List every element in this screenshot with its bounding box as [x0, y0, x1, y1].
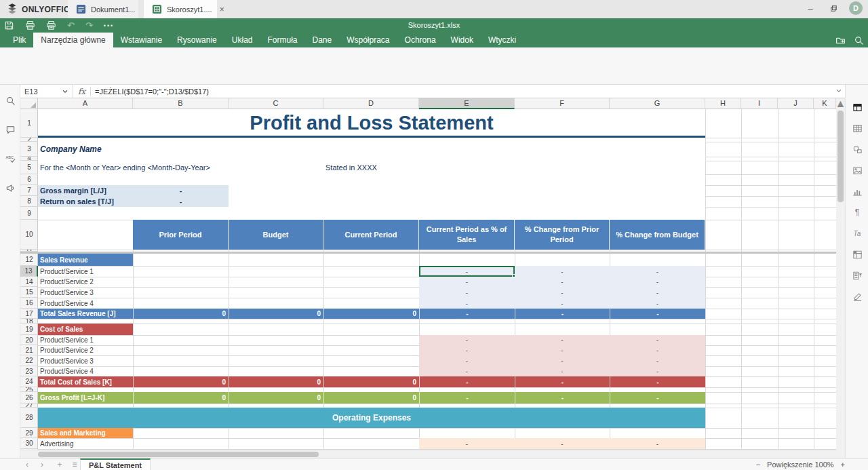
cell-G20[interactable]: - [610, 335, 705, 345]
row-header-21[interactable]: 21 [20, 345, 38, 355]
cell-A26[interactable]: Gross Profit [L=J-K] [38, 392, 133, 404]
signature-settings-icon[interactable] [851, 290, 863, 302]
cell-C24[interactable]: 0 [229, 376, 323, 387]
cell-A15[interactable]: Product/Service 3 [38, 287, 133, 298]
select-all-corner[interactable] [20, 98, 38, 109]
row-header-15[interactable]: 15 [20, 287, 38, 298]
cell-A19[interactable]: Cost of Sales [38, 324, 133, 335]
row-header-23[interactable]: 23 [20, 366, 38, 376]
column-header-K[interactable]: K [814, 98, 836, 109]
row-header-20[interactable]: 20 [20, 335, 38, 345]
cell-B7[interactable]: - [133, 185, 229, 196]
column-header-F[interactable]: F [515, 98, 610, 109]
row-header-9[interactable]: 9 [20, 207, 38, 220]
sheet-list-button[interactable]: ≡ [68, 458, 81, 470]
cell-F21[interactable]: - [515, 345, 610, 355]
minimize-button[interactable]: – [799, 0, 822, 18]
cell-D5[interactable]: Stated in XXXX [323, 161, 515, 174]
row-header-28[interactable]: 28 [20, 408, 38, 428]
cell-settings-icon[interactable] [851, 101, 863, 113]
slicer-settings-icon[interactable] [851, 269, 863, 281]
insert-function-button[interactable]: fx [73, 87, 91, 96]
cell-E16[interactable]: - [419, 298, 515, 309]
cell-A13[interactable]: Product/Service 1 [38, 266, 133, 277]
feedback-icon[interactable] [4, 182, 16, 194]
cell-E30[interactable]: - [419, 438, 515, 449]
ribbon-tab-układ[interactable]: Układ [224, 33, 260, 47]
cell-G23[interactable]: - [610, 366, 705, 376]
table-settings-icon[interactable] [851, 122, 863, 134]
cell-B24[interactable]: 0 [133, 376, 229, 387]
ribbon-tab-współpraca[interactable]: Współpraca [339, 33, 397, 47]
cell-A8[interactable]: Return on sales [T/J] [38, 196, 133, 207]
cell-A28[interactable]: Operating Expenses [38, 408, 705, 428]
cell-F20[interactable]: - [515, 335, 610, 345]
cell-G10[interactable]: % Change from Budget [610, 220, 705, 250]
row-header-16[interactable]: 16 [20, 298, 38, 309]
zoom-in-button[interactable]: + [841, 461, 845, 469]
cell-F10[interactable]: % Change from Prior Period [515, 220, 610, 250]
cell-F26[interactable]: - [515, 392, 610, 404]
pivot-settings-icon[interactable] [851, 248, 863, 260]
cell-D26[interactable]: 0 [323, 392, 419, 404]
document-tab-2[interactable]: Skoroszyt1....× [144, 0, 217, 18]
cell-C10[interactable]: Budget [229, 220, 323, 250]
cell-G22[interactable]: - [610, 355, 705, 366]
cell-E22[interactable]: - [419, 355, 515, 366]
cell-F17[interactable]: - [515, 309, 610, 319]
paragraph-settings-icon[interactable]: ¶ [851, 206, 863, 218]
column-header-B[interactable]: B [133, 98, 229, 109]
cell-A12[interactable]: Sales Revenue [38, 254, 133, 266]
cell-A23[interactable]: Product/Service 4 [38, 366, 133, 376]
cell-F15[interactable]: - [515, 287, 610, 298]
next-sheet-button[interactable]: › [35, 458, 49, 470]
document-tab-1[interactable]: Dokument1... [68, 0, 138, 18]
row-header-1[interactable]: 1 [20, 109, 38, 138]
cell-A1[interactable]: Profit and Loss Statement [38, 109, 705, 138]
cell-E24[interactable]: - [419, 376, 515, 387]
comments-icon[interactable] [4, 123, 16, 136]
cell-E14[interactable]: - [419, 277, 515, 287]
collapse-formula-bar-icon[interactable] [835, 87, 842, 94]
ribbon-tab-formuła[interactable]: Formuła [260, 33, 304, 47]
cell-F23[interactable]: - [515, 366, 610, 376]
cell-A17[interactable]: Total Sales Revenue [J] [38, 309, 133, 319]
ribbon-tab-wtyczki[interactable]: Wtyczki [481, 33, 524, 47]
cell-G21[interactable]: - [610, 345, 705, 355]
cell-A7[interactable]: Gross margin [L/J] [38, 185, 133, 196]
cell-F24[interactable]: - [515, 376, 610, 387]
cell-A16[interactable]: Product/Service 4 [38, 298, 133, 309]
search-header-icon[interactable] [854, 35, 864, 45]
column-header-J[interactable]: J [778, 98, 814, 109]
ribbon-tab-wstawianie[interactable]: Wstawianie [113, 33, 170, 47]
image-settings-icon[interactable] [851, 164, 863, 176]
cell-E21[interactable]: - [419, 345, 515, 355]
row-header-26[interactable]: 26 [20, 392, 38, 404]
avatar[interactable]: D [849, 1, 863, 15]
cell-name-box[interactable]: E13 [20, 85, 73, 98]
cell-D17[interactable]: 0 [323, 309, 419, 319]
row-header-30[interactable]: 30 [20, 438, 38, 449]
cell-A14[interactable]: Product/Service 2 [38, 277, 133, 287]
row-header-24[interactable]: 24 [20, 376, 38, 387]
row-header-12[interactable]: 12 [20, 254, 38, 266]
horizontal-scroll-thumb[interactable] [38, 452, 319, 457]
sheet-tab-active[interactable]: P&L Statement [80, 458, 151, 470]
cell-G13[interactable]: - [610, 266, 705, 277]
vertical-scrollbar[interactable]: ▲ [836, 98, 845, 450]
row-header-29[interactable]: 29 [20, 428, 38, 438]
row-header-19[interactable]: 19 [20, 324, 38, 335]
cell-A24[interactable]: Total Cost of Sales [K] [38, 376, 133, 387]
ribbon-tab-narzędzia-główne[interactable]: Narzędzia główne [33, 33, 113, 47]
cell-B26[interactable]: 0 [133, 392, 229, 404]
cell-F13[interactable]: - [515, 266, 610, 277]
cell-G24[interactable]: - [610, 376, 705, 387]
row-header-10[interactable]: 10 [20, 220, 38, 250]
selected-cell-outline[interactable] [419, 266, 515, 277]
cell-E17[interactable]: - [419, 309, 515, 319]
scroll-up-icon[interactable]: ▲ [836, 100, 845, 108]
horizontal-scrollbar[interactable] [20, 450, 836, 458]
row-header-17[interactable]: 17 [20, 309, 38, 319]
cell-A3[interactable]: Company Name [38, 142, 229, 157]
cell-E10[interactable]: Current Period as % of Sales [419, 220, 515, 250]
